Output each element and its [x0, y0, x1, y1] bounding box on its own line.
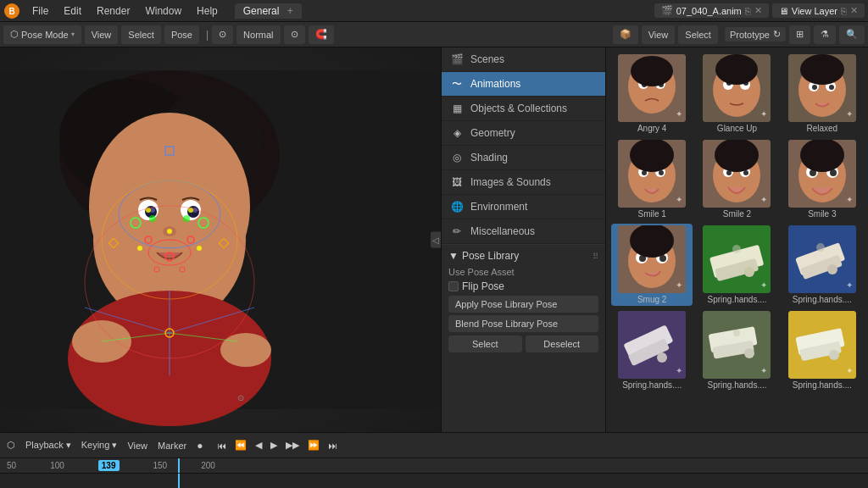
menu-window[interactable]: Window — [138, 3, 188, 19]
marker-btn[interactable]: Marker — [154, 439, 190, 452]
play-btn[interactable]: ▶ — [267, 438, 281, 452]
top-right-area: 🎬 07_040_A.anim ⎘ ✕ 🖥 View Layer ⎘ ✕ — [654, 3, 865, 18]
prop-scenes[interactable]: 🎬 Scenes — [442, 47, 605, 72]
asset-label: Spring.hands.... — [707, 380, 766, 390]
search-btn[interactable]: 🔍 — [839, 25, 865, 44]
prop-environment[interactable]: 🌐 Environment — [442, 195, 605, 219]
asset-item-angry4[interactable]: ✦ Angry 4 — [611, 53, 693, 135]
asset-star: ✦ — [760, 366, 767, 375]
copy-icon[interactable]: ⎘ — [745, 6, 751, 16]
playback-menu-btn[interactable]: Playback ▾ — [22, 438, 75, 452]
svg-text:B: B — [8, 7, 14, 16]
blend-pose-btn[interactable]: Blend Pose Library Pose — [448, 315, 598, 332]
asset-item-smug2[interactable]: ✦ Smug 2 — [611, 224, 693, 306]
asset-star: ✦ — [760, 280, 767, 290]
normal-button[interactable]: Normal — [236, 25, 280, 44]
dot-indicator: ● — [197, 440, 203, 452]
asset-icon-btn[interactable]: 📦 — [613, 25, 638, 44]
view-button[interactable]: View — [85, 25, 119, 44]
asset-item-spring4[interactable]: ✦ Spring.hands.... — [696, 309, 777, 391]
select-deselect-row: Select Deselect — [448, 336, 598, 352]
prop-objects-collections[interactable]: ▦ Objects & Collections — [442, 97, 605, 121]
timeline-ruler[interactable]: 50 100 139 150 200 — [0, 458, 868, 474]
filename: 07_040_A.anim — [676, 6, 742, 16]
asset-item-smile3[interactable]: ✦ Smile 3 — [782, 138, 863, 220]
menu-help[interactable]: Help — [190, 3, 225, 19]
close-icon2[interactable]: ✕ — [850, 5, 858, 16]
prev-keyframe-btn[interactable]: ⏪ — [231, 438, 250, 452]
asset-grid: ✦ Angry 4 — [606, 47, 868, 432]
shading-label: Shading — [470, 152, 508, 164]
deselect-bones-btn[interactable]: Deselect — [526, 336, 599, 352]
environment-label: Environment — [470, 201, 527, 213]
filter-btn[interactable]: ⚗ — [814, 25, 836, 44]
asset-source[interactable]: Prototype ↻ — [725, 27, 786, 42]
copy-icon2[interactable]: ⎘ — [841, 6, 847, 16]
flip-pose-label: Flip Pose — [462, 280, 504, 292]
playhead — [178, 458, 180, 473]
select-button[interactable]: Select — [121, 25, 161, 44]
skip-to-end-btn[interactable]: ⏭ — [325, 439, 341, 452]
svg-point-26 — [167, 229, 172, 234]
viewport-collapse-button[interactable]: ◁ — [431, 232, 441, 248]
prop-shading[interactable]: ◎ Shading — [442, 146, 605, 170]
prop-animations[interactable]: 〜 Animations — [442, 72, 605, 97]
asset-label: Relaxed — [806, 124, 837, 133]
step-forward-btn[interactable]: ▶▶ — [282, 438, 303, 452]
character-render: ⊙ — [0, 47, 441, 432]
proportional-btn[interactable]: ⊙ — [284, 25, 305, 44]
pose-lib-toggle[interactable]: ▼ — [448, 250, 459, 262]
next-keyframe-btn[interactable]: ⏩ — [304, 438, 323, 452]
asset-star: ✦ — [676, 195, 682, 204]
pose-lib-title: Pose Library — [462, 250, 519, 262]
menu-edit[interactable]: Edit — [57, 3, 88, 19]
step-back-btn[interactable]: ◀ — [252, 438, 265, 452]
keying-btn[interactable]: Keying ▾ — [78, 438, 121, 452]
asset-star: ✦ — [760, 109, 767, 119]
asset-item-spring3[interactable]: ✦ Spring.hands.... — [611, 309, 693, 391]
drag-handle[interactable]: ⠿ — [593, 252, 598, 261]
timeline-tracks[interactable] — [0, 474, 868, 488]
view-mode-icon[interactable]: ⬡ Pose Mode ▾ — [3, 25, 81, 44]
flip-pose-checkbox[interactable] — [448, 281, 459, 291]
menu-file[interactable]: File — [25, 3, 55, 19]
blender-logo[interactable]: B — [3, 3, 20, 19]
asset-item-spring1[interactable]: ✦ Spring.hands.... — [696, 224, 777, 306]
asset-item-smile2[interactable]: ✦ Smile 2 — [696, 138, 777, 220]
view-timeline-btn[interactable]: View — [124, 439, 151, 452]
pose-library-section: ▼ Pose Library ⠿ Use Pose Asset Flip Pos… — [442, 244, 605, 358]
add-workspace-button[interactable]: + — [287, 5, 293, 17]
asset-item-relaxed[interactable]: ✦ Relaxed — [782, 53, 863, 135]
skip-to-start-btn[interactable]: ⏮ — [214, 439, 230, 452]
playback-toolbar: ⬡ Playback ▾ Keying ▾ View Marker ● ⏮ ⏪ … — [0, 432, 868, 458]
asset-item-smile1[interactable]: ✦ Smile 1 — [611, 138, 693, 220]
asset-item-spring2[interactable]: ✦ Spring.hands.... — [782, 224, 863, 306]
3d-viewport[interactable]: ⊙ ◁ — [0, 47, 441, 432]
menu-render[interactable]: Render — [90, 3, 136, 19]
view-layer-button[interactable]: 🖥 View Layer ⎘ ✕ — [772, 3, 865, 18]
file-info[interactable]: 🎬 07_040_A.anim ⎘ ✕ — [654, 3, 769, 18]
prop-images-sounds[interactable]: 🖼 Images & Sounds — [442, 170, 605, 195]
apply-pose-btn[interactable]: Apply Pose Library Pose — [448, 296, 598, 313]
workspace-tab-general[interactable]: General + — [235, 3, 302, 19]
svg-point-18 — [220, 333, 271, 367]
asset-label: Spring.hands.... — [793, 295, 852, 304]
asset-label: Glance Up — [717, 124, 757, 133]
grid-view-btn[interactable]: ⊞ — [789, 25, 810, 44]
asset-item-glanceup[interactable]: ✦ Glance Up — [696, 53, 777, 135]
pose-button[interactable]: Pose — [164, 25, 199, 44]
frame-100: 100 — [50, 461, 64, 470]
close-icon[interactable]: ✕ — [754, 5, 762, 16]
snap-btn[interactable]: 🧲 — [309, 25, 334, 44]
viewport-mode-btn[interactable]: ⬡ — [3, 438, 19, 452]
asset-select-btn[interactable]: Select — [678, 25, 718, 44]
asset-view-btn[interactable]: View — [642, 25, 676, 44]
pivot-button[interactable]: ⊙ — [212, 25, 233, 44]
select-bones-btn[interactable]: Select — [448, 336, 522, 352]
asset-item-spring5[interactable]: ✦ Spring.hands.... — [782, 309, 863, 391]
prop-geometry[interactable]: ◈ Geometry — [442, 121, 605, 146]
svg-point-80 — [743, 170, 748, 175]
current-frame: 139 — [98, 460, 120, 471]
prop-miscellaneous[interactable]: ✏ Miscellaneous — [442, 219, 605, 244]
asset-star: ✦ — [676, 280, 682, 290]
